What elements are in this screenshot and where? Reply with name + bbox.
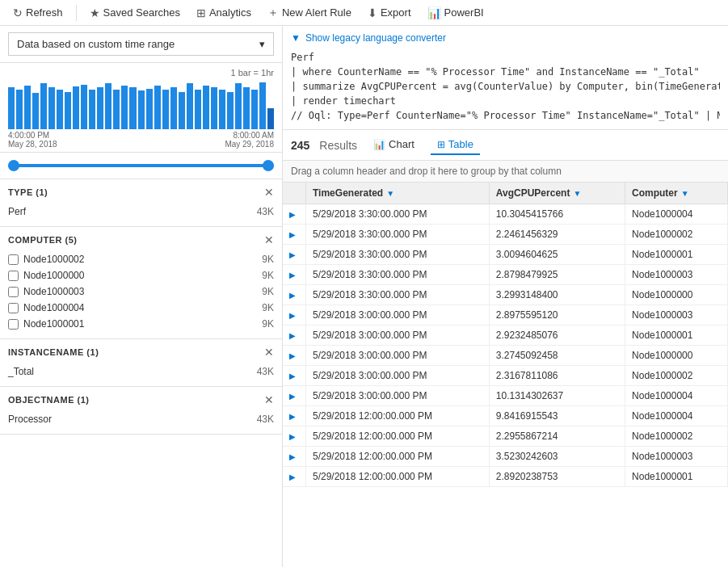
toolbar: ↻ Refresh ★ Saved Searches ⊞ Analytics ＋… [0, 0, 728, 26]
expand-cell[interactable]: ▶ [283, 406, 306, 426]
bar-item [8, 87, 15, 129]
filter-computer-checkbox[interactable] [8, 254, 19, 265]
right-panel: ▼ Show legacy language converter Perf | … [283, 26, 728, 567]
filter-computer-item-label: Node1000004 [23, 302, 84, 313]
filter-instancename-title: INSTANCENAME (1) [8, 347, 99, 357]
analytics-icon: ⊞ [196, 6, 206, 19]
expand-cell[interactable]: ▶ [283, 426, 306, 447]
refresh-label: Refresh [26, 6, 63, 19]
saved-searches-button[interactable]: ★ Saved Searches [83, 4, 187, 22]
slider-thumb-right[interactable] [263, 160, 274, 171]
expand-cell[interactable]: ▶ [283, 204, 306, 225]
expand-cell[interactable]: ▶ [283, 366, 306, 386]
cell-avg-cpu: 9.8416915543 [489, 406, 625, 426]
filter-instancename-close[interactable]: ✕ [264, 346, 274, 359]
drag-hint: Drag a column header and drop it here to… [283, 161, 728, 183]
bar-item [97, 87, 103, 129]
filter-type-close[interactable]: ✕ [264, 186, 274, 199]
filter-computer-item-count: 9K [262, 318, 274, 330]
expand-cell[interactable]: ▶ [283, 285, 306, 305]
cell-avg-cpu: 2.8975595120 [489, 305, 625, 326]
bar-item [154, 86, 161, 129]
filter-item-left: Node1000003 [8, 286, 84, 297]
time-range-selector: Data based on custom time range ▾ [0, 26, 282, 63]
refresh-button[interactable]: ↻ Refresh [6, 4, 69, 22]
export-button[interactable]: ⬇ Export [361, 4, 418, 22]
time-range-dropdown[interactable]: Data based on custom time range ▾ [8, 32, 274, 56]
filter-computer-checkbox[interactable] [8, 319, 19, 330]
filter-computer-checkbox[interactable] [8, 287, 19, 297]
expand-cell[interactable]: ▶ [283, 346, 306, 366]
query-area: ▼ Show legacy language converter Perf | … [283, 26, 728, 130]
cell-time-generated: 5/29/2018 3:00:00.000 PM [306, 346, 490, 366]
cell-time-generated: 5/29/2018 3:00:00.000 PM [306, 366, 490, 386]
powerbi-label: PowerBI [444, 6, 484, 19]
saved-searches-label: Saved Searches [103, 6, 180, 19]
cell-avg-cpu: 2.9232485076 [489, 326, 625, 346]
expand-btn[interactable]: ▶ [289, 452, 296, 461]
filter-computer-checkbox[interactable] [8, 303, 19, 313]
tab-table-button[interactable]: ⊞ Table [431, 135, 480, 155]
expand-btn[interactable]: ▶ [289, 311, 296, 320]
filter-computer-item: Node1000002 9K [8, 251, 274, 267]
col-computer-filter-icon[interactable]: ▼ [681, 189, 689, 198]
expand-btn[interactable]: ▶ [289, 291, 296, 300]
cell-computer: Node1000003 [625, 305, 728, 326]
bar-item [267, 108, 274, 129]
cell-avg-cpu: 2.8798479925 [489, 265, 625, 285]
cell-avg-cpu: 3.0094604625 [489, 245, 625, 265]
tab-chart-button[interactable]: 📊 Chart [367, 135, 421, 155]
filter-item-left: Node1000002 [8, 254, 84, 265]
expand-btn[interactable]: ▶ [289, 392, 296, 401]
cell-time-generated: 5/29/2018 3:00:00.000 PM [306, 326, 490, 346]
query-box[interactable]: Perf | where CounterName == "% Processor… [291, 50, 720, 123]
col-time-generated-label: TimeGenerated [313, 187, 383, 199]
col-time-filter-icon[interactable]: ▼ [386, 189, 394, 198]
bar-item [170, 87, 177, 129]
filter-computer-close[interactable]: ✕ [264, 233, 274, 246]
expand-btn[interactable]: ▶ [289, 230, 296, 239]
col-avg-filter-icon[interactable]: ▼ [573, 189, 581, 198]
expand-btn[interactable]: ▶ [289, 250, 296, 259]
expand-cell[interactable]: ▶ [283, 245, 306, 265]
cell-computer: Node1000001 [625, 245, 728, 265]
table-row: ▶ 5/29/2018 3:30:00.000 PM 3.0094604625 … [283, 245, 728, 265]
bar-item [48, 87, 55, 129]
expand-cell[interactable]: ▶ [283, 447, 306, 467]
computer-filter-items: Node1000002 9K Node1000000 9K Node100000… [8, 251, 274, 332]
legacy-toggle[interactable]: ▼ Show legacy language converter [291, 32, 720, 44]
filter-item-left: Node1000001 [8, 318, 84, 330]
expand-btn[interactable]: ▶ [289, 432, 296, 441]
expand-btn[interactable]: ▶ [289, 331, 296, 340]
powerbi-icon: 📊 [427, 6, 441, 19]
cell-computer: Node1000002 [625, 225, 728, 245]
slider-container [0, 153, 282, 179]
expand-btn[interactable]: ▶ [289, 472, 296, 481]
filter-computer-checkbox[interactable] [8, 271, 19, 281]
expand-cell[interactable]: ▶ [283, 305, 306, 326]
expand-cell[interactable]: ▶ [283, 265, 306, 285]
filter-objectname-close[interactable]: ✕ [264, 393, 274, 406]
powerbi-button[interactable]: 📊 PowerBI [421, 4, 490, 22]
filter-computer-item: Node1000001 9K [8, 316, 274, 332]
table-tab-label: Table [448, 138, 473, 150]
expand-btn[interactable]: ▶ [289, 412, 296, 421]
expand-btn[interactable]: ▶ [289, 372, 296, 380]
expand-cell[interactable]: ▶ [283, 467, 306, 487]
export-icon: ⬇ [368, 6, 377, 19]
analytics-button[interactable]: ⊞ Analytics [190, 4, 258, 22]
expand-cell[interactable]: ▶ [283, 386, 306, 406]
expand-cell[interactable]: ▶ [283, 326, 306, 346]
filter-objectname-label: Processor [8, 414, 52, 425]
table-row: ▶ 5/29/2018 3:00:00.000 PM 10.1314302637… [283, 386, 728, 406]
filter-instancename-item: _Total 43K [8, 363, 274, 380]
expand-btn[interactable]: ▶ [289, 351, 296, 360]
new-alert-rule-button[interactable]: ＋ New Alert Rule [261, 3, 358, 23]
cell-computer: Node1000002 [625, 426, 728, 447]
col-header-time-generated: TimeGenerated ▼ [306, 183, 490, 204]
expand-btn[interactable]: ▶ [289, 271, 296, 279]
cell-time-generated: 5/29/2018 12:00:00.000 PM [306, 447, 490, 467]
expand-cell[interactable]: ▶ [283, 225, 306, 245]
slider-thumb-left[interactable] [8, 160, 19, 171]
expand-btn[interactable]: ▶ [289, 210, 296, 219]
